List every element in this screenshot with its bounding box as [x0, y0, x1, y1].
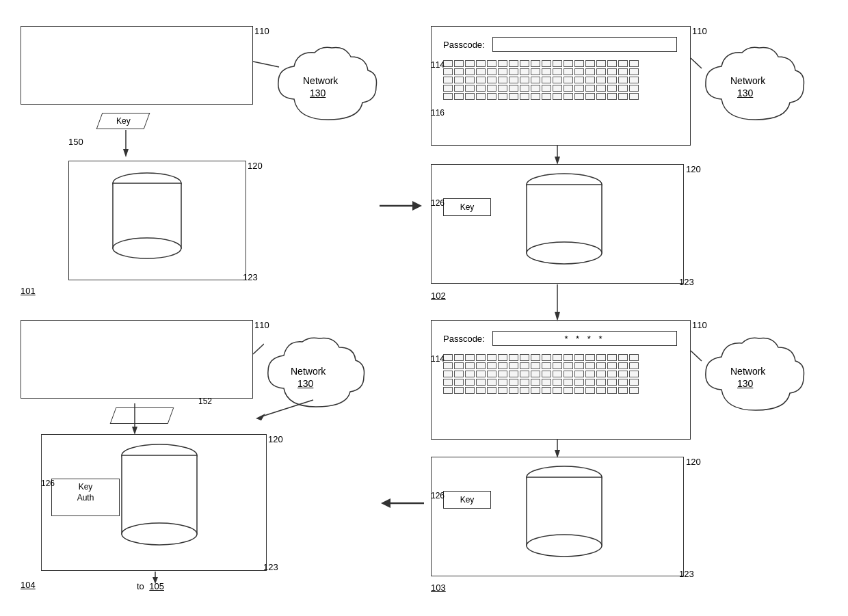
d104-ref152: 152	[198, 397, 212, 406]
d102-ref110: 110	[692, 26, 707, 36]
d102-key-shape: Key	[443, 198, 491, 216]
d102-cloud	[698, 44, 814, 133]
arrow-101-to-102	[380, 198, 424, 213]
d103-line-cloud	[691, 347, 703, 364]
svg-point-4	[113, 238, 181, 258]
svg-marker-29	[153, 577, 158, 584]
d104-ref110: 110	[254, 320, 269, 330]
d101-network-label: Network	[303, 75, 338, 86]
d102-passcode-label: Passcode:	[443, 40, 485, 50]
d102-ref130: 130	[737, 88, 753, 98]
d101-ref110: 110	[254, 26, 269, 36]
d104-arrow-to105	[150, 572, 160, 585]
svg-line-14	[691, 351, 702, 361]
svg-point-25	[122, 523, 197, 545]
d104-line-cloud	[252, 340, 264, 358]
d101-key-shape: Key	[96, 113, 150, 129]
d104-network-label: Network	[291, 366, 326, 377]
diagram-container: 110 Key 150 120 123 Network 130 101 110 …	[0, 0, 848, 616]
d102-ref116: 116	[431, 108, 445, 118]
d103-key-shape: Key	[443, 491, 491, 509]
d103-label: 103	[431, 582, 446, 593]
d102-network-label: Network	[730, 75, 765, 86]
svg-line-21	[260, 400, 313, 417]
d101-arrow-down	[121, 130, 131, 161]
d101-ref130: 130	[310, 88, 326, 98]
d104-key-shape	[110, 407, 174, 424]
svg-marker-31	[381, 498, 390, 508]
d102-keyboard	[443, 60, 639, 100]
svg-marker-33	[555, 312, 560, 321]
d104-cylinder	[115, 443, 204, 559]
d101-label: 101	[21, 286, 36, 296]
svg-point-9	[527, 242, 602, 264]
d104-ref130: 130	[297, 378, 313, 389]
d103-network-label: Network	[730, 366, 765, 377]
svg-marker-19	[555, 450, 560, 458]
d104-key-label-inner: Key	[52, 479, 119, 492]
d103-arrow-down	[553, 439, 562, 459]
d101-cloud	[270, 44, 386, 133]
d101-line-cloud	[253, 55, 280, 75]
svg-line-5	[253, 62, 279, 67]
arrow-103-to-104	[380, 496, 424, 511]
d103-ref126: 126	[431, 491, 445, 500]
arrow-102-to-103	[553, 284, 562, 323]
d103-cylinder	[520, 465, 609, 567]
d104-arrow-cloud-to-key	[253, 397, 315, 424]
d101-ref150: 150	[68, 137, 83, 147]
d104-arrow-down	[130, 403, 140, 438]
d104-ref120: 120	[268, 434, 283, 444]
d103-cloud	[698, 335, 814, 424]
d102-label: 102	[431, 291, 446, 301]
svg-line-20	[253, 344, 264, 354]
d101-ref123: 123	[243, 272, 258, 282]
svg-line-6	[691, 58, 702, 68]
d103-ref110: 110	[692, 320, 707, 330]
d102-ref114: 114	[431, 60, 445, 70]
d103-passcode-label: Passcode:	[443, 334, 485, 344]
d104-label: 104	[21, 580, 36, 590]
d102-arrow-down	[553, 146, 562, 166]
svg-point-17	[527, 535, 602, 557]
d104-device-box	[21, 320, 253, 399]
d103-ref120: 120	[686, 457, 701, 467]
d104-ref123: 123	[263, 562, 278, 572]
d102-cylinder	[520, 172, 609, 275]
d102-ref126: 126	[431, 198, 445, 208]
d103-passcode-field: * * * *	[492, 331, 677, 346]
d102-ref120: 120	[686, 164, 701, 174]
d103-ref130: 130	[737, 378, 753, 389]
d104-ref126: 126	[41, 479, 55, 488]
svg-marker-27	[132, 427, 137, 435]
d101-cylinder	[106, 171, 188, 267]
d103-ref114: 114	[431, 354, 445, 364]
d104-key-auth-box: Key Auth	[51, 479, 120, 516]
svg-marker-22	[256, 414, 265, 420]
d101-device-box	[21, 26, 253, 105]
svg-marker-1	[123, 149, 129, 157]
svg-marker-11	[555, 157, 560, 165]
d101-ref120: 120	[248, 161, 263, 171]
svg-marker-13	[412, 201, 422, 211]
d103-ref123: 123	[679, 569, 694, 579]
d104-auth-label: Auth	[52, 492, 119, 503]
d102-line-cloud	[691, 55, 703, 72]
svg-rect-24	[122, 455, 197, 534]
d103-keyboard	[443, 354, 639, 394]
d102-passcode-field	[492, 37, 677, 52]
d102-ref123: 123	[679, 277, 694, 287]
